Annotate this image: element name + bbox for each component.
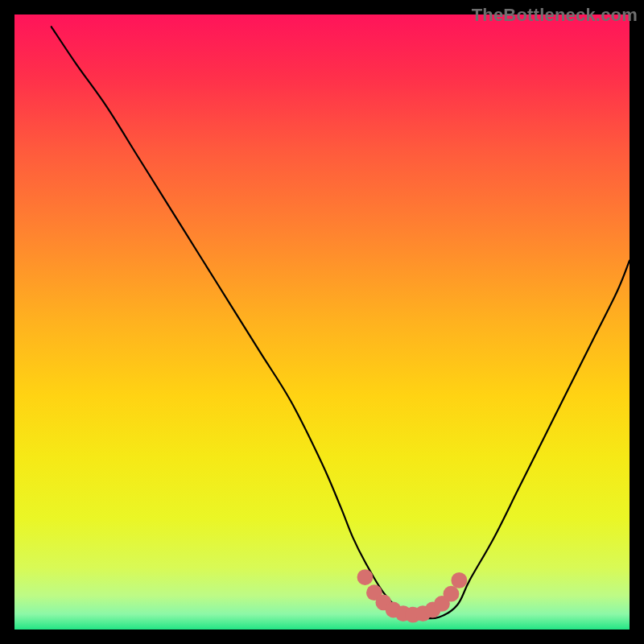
optimal-zone-marker xyxy=(444,586,460,602)
chart-plot xyxy=(14,14,630,630)
optimal-zone-marker xyxy=(357,569,374,585)
optimal-zone-marker xyxy=(451,572,467,588)
chart-frame: TheBottleneck.com xyxy=(0,0,644,644)
watermark: TheBottleneck.com xyxy=(472,5,638,26)
